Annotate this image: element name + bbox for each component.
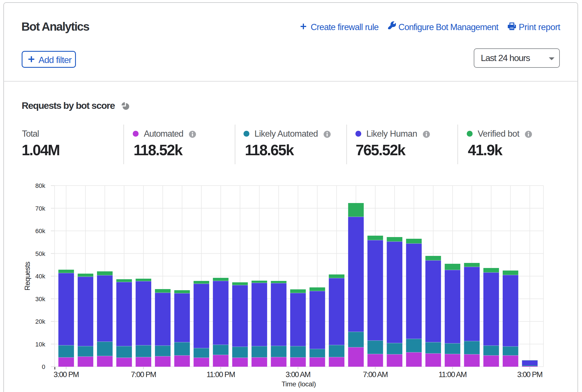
- svg-text:Requests: Requests: [23, 262, 31, 290]
- svg-text:Time (local): Time (local): [281, 380, 316, 388]
- svg-text:0: 0: [42, 363, 45, 370]
- svg-text:7:00 AM: 7:00 AM: [363, 370, 388, 379]
- svg-text:30k: 30k: [35, 296, 46, 303]
- svg-text:3:00 PM: 3:00 PM: [517, 370, 542, 379]
- svg-text:60k: 60k: [35, 227, 46, 235]
- svg-text:50k: 50k: [35, 250, 46, 257]
- svg-text:3:00 PM: 3:00 PM: [54, 370, 79, 379]
- svg-text:20k: 20k: [35, 318, 46, 325]
- svg-text:80k: 80k: [35, 182, 46, 189]
- svg-text:11:00 AM: 11:00 AM: [439, 370, 466, 379]
- svg-text:11:00 PM: 11:00 PM: [207, 370, 235, 379]
- svg-text:70k: 70k: [35, 205, 46, 212]
- svg-text:3:00 AM: 3:00 AM: [286, 370, 310, 379]
- svg-text:40k: 40k: [35, 273, 46, 280]
- svg-text:7:00 PM: 7:00 PM: [131, 370, 156, 379]
- svg-text:10k: 10k: [35, 341, 46, 348]
